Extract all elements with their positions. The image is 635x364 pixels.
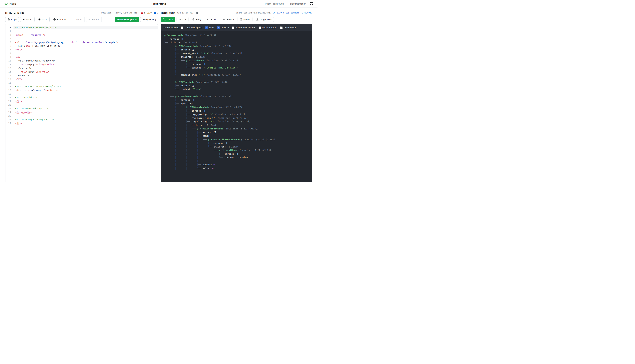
parser-option-prism-nodes[interactable]: Prism nodes — [280, 26, 296, 29]
tree-line: │ — [164, 91, 309, 95]
issue-button[interactable]: Issue — [36, 17, 50, 22]
line-number: 10 — [6, 59, 14, 62]
code-line[interactable]: <!-- missing closing tag --> — [14, 118, 158, 122]
lex-button[interactable]: Lex — [177, 17, 188, 22]
parse-button[interactable]: Parse — [161, 17, 175, 22]
parser-option-checkbox[interactable] — [232, 26, 234, 29]
code-line[interactable] — [14, 92, 158, 96]
info-count-badge: 0 — [154, 12, 158, 14]
printer-button[interactable]: Printer — [237, 17, 252, 22]
code-line[interactable]: <% if Date.today.friday? %> — [14, 59, 158, 62]
parser-option-track-whitespace[interactable]: Track whitespace — [181, 26, 202, 29]
code-line[interactable] — [14, 30, 158, 33]
code-line[interactable]: <!-- Track whitespace example --> — [14, 84, 158, 88]
code-line[interactable]: <!-- invalid --> — [14, 96, 158, 99]
code-line[interactable] — [14, 52, 158, 55]
tree-line: │ │ ├── errors: [] — [164, 62, 309, 66]
diagnostic-badges: 5 0 0 — [141, 12, 158, 14]
code-editor[interactable]: 1234567891011121314151617181920212223242… — [5, 24, 158, 182]
line-number: 22 — [6, 103, 14, 107]
copy-result-button[interactable] — [195, 11, 198, 14]
printer-icon — [240, 18, 242, 21]
parse-button-label: Parse — [167, 18, 173, 21]
html-button[interactable]: HTML — [205, 17, 219, 22]
code-line[interactable] — [14, 103, 158, 107]
nav-prism-playground-link[interactable]: Prism Playground → — [265, 2, 287, 5]
tree-line: │ │ │ └── @ HTMLAttributeNode (location:… — [164, 127, 309, 131]
result-format-button[interactable]: Format — [221, 17, 236, 22]
parser-option-checkbox[interactable] — [217, 26, 220, 29]
copy-button[interactable]: Copy — [5, 17, 19, 22]
code-line[interactable]: Hello World <%= RUBY_VERSION %> — [14, 44, 158, 48]
ruby-gem-icon — [192, 18, 195, 21]
result-time: (in 33.00 ms) — [177, 12, 193, 14]
share-button[interactable]: Share — [20, 17, 35, 22]
lex-button-label: Lex — [182, 18, 186, 21]
parser-option-strict[interactable]: Strict — [205, 26, 214, 29]
mode-ruby-prism-button[interactable]: Ruby (Prism) — [140, 17, 158, 22]
code-line[interactable]: <!-- mismatched tags --> — [14, 107, 158, 110]
format-button: Format — [86, 17, 102, 22]
tree-line: │ │ │ ├── errors: [] — [164, 131, 309, 134]
line-number: 21 — [6, 99, 14, 103]
line-number: 1 — [6, 26, 14, 30]
code-line[interactable] — [14, 37, 158, 40]
code-line[interactable]: <div class="example"></div > — [14, 88, 158, 92]
code-line[interactable]: </br> — [14, 99, 158, 103]
brand[interactable]: Herb — [4, 2, 16, 6]
code-line[interactable]: <!-- Example HTML+ERB File --> — [14, 26, 158, 30]
github-icon[interactable] — [309, 2, 313, 6]
tree-line: │ └── content: "\n\n" — [164, 88, 309, 91]
copy-button-label: Copy — [11, 18, 17, 21]
parser-option-checkbox[interactable] — [181, 26, 183, 29]
editor-code[interactable]: <!-- Example HTML+ERB File --><input req… — [14, 24, 158, 182]
line-number: 3 — [6, 33, 14, 37]
tree-line: │ ├── open_tag: — [164, 102, 309, 106]
result-output-panel: Parser Options: Track whitespaceStrictAn… — [161, 24, 312, 182]
format-icon — [223, 18, 225, 21]
tree-line: │ │ ├── tag_opening: "<" (location: (3:0… — [164, 113, 309, 116]
code-line[interactable]: <h2> — [14, 55, 158, 59]
example-button[interactable]: Example — [51, 17, 68, 22]
example-icon — [53, 18, 56, 21]
share-icon — [23, 18, 25, 21]
line-number: 4 — [6, 37, 14, 40]
tree-line: │ │ ├── tag_closing: "/>" (location: (3:… — [164, 120, 309, 124]
parser-option-checkbox[interactable] — [205, 26, 208, 29]
parser-option-checkbox[interactable] — [280, 26, 283, 29]
line-number: 8 — [6, 52, 14, 55]
code-line[interactable]: <form></div> — [14, 110, 158, 114]
parser-option-checkbox[interactable] — [259, 26, 261, 29]
version-link[interactable]: v0.8.10 (+183 commits) — [273, 12, 301, 14]
error-count: 5 — [144, 12, 145, 14]
code-line[interactable]: <div> — [14, 122, 158, 125]
parser-option-prism-program[interactable]: Prism program — [259, 26, 277, 29]
code-line[interactable]: </h2> — [14, 77, 158, 81]
share-button-label: Share — [26, 18, 32, 21]
tree-line: @ DocumentNode (location: (1:0)-(27:5)) — [164, 34, 309, 37]
code-line[interactable]: <div>Happy Friday!</div> — [14, 62, 158, 66]
code-line[interactable]: </h1> — [14, 48, 158, 52]
printer-button-label: Printer — [243, 18, 250, 21]
editor-panel: HTML+ERB File Position: (1:0), Length: 4… — [5, 8, 158, 182]
code-line[interactable]: <h1 class='bg-gray-300 text-gray' id='' … — [14, 40, 158, 44]
code-line[interactable] — [14, 81, 158, 84]
code-line[interactable]: <div>Happy Day!</div> — [14, 70, 158, 74]
parser-option-analyze[interactable]: Analyze — [217, 26, 229, 29]
parser-option-label: Prism program — [262, 26, 277, 29]
code-line[interactable]: <% end %> — [14, 74, 158, 77]
code-line[interactable]: <% else %> — [14, 66, 158, 70]
line-number: 7 — [6, 48, 14, 52]
ruby-button[interactable]: Ruby — [190, 17, 203, 22]
parser-option-action-view-helpers[interactable]: Action View helpers — [232, 26, 255, 29]
line-number: 26 — [6, 118, 14, 122]
code-line[interactable]: <input required /> — [14, 33, 158, 37]
tree-line: │ │ │ │ └── content: "required" — [164, 156, 309, 160]
code-line[interactable] — [14, 114, 158, 118]
mode-html-erb-herb-button[interactable]: HTML+ERB (Herb) — [115, 17, 139, 22]
tree-line: │ └── comment_end: "-->" (location: (1:2… — [164, 73, 309, 77]
commit-link[interactable]: 2402c957 — [302, 12, 312, 14]
diagnostics-button[interactable]: Diagnostics — [254, 17, 274, 22]
nav-documentation-link[interactable]: Documentation — [290, 2, 306, 5]
tree-line: │ │ ├── tag_name: "input" (location: (3:… — [164, 116, 309, 120]
